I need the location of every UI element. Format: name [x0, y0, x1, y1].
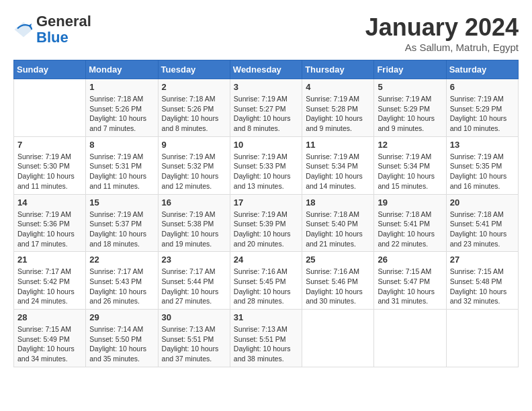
day-info: Sunrise: 7:18 AMSunset: 5:26 PMDaylight:…: [89, 94, 154, 134]
location-subtitle: As Sallum, Matruh, Egypt: [365, 42, 519, 53]
day-info: Sunrise: 7:15 AMSunset: 5:47 PMDaylight:…: [378, 267, 442, 306]
day-info: Sunrise: 7:19 AMSunset: 5:36 PMDaylight:…: [17, 210, 82, 249]
calendar-cell: 13Sunrise: 7:19 AMSunset: 5:35 PMDayligh…: [446, 136, 518, 194]
calendar-cell: 8Sunrise: 7:19 AMSunset: 5:31 PMDaylight…: [86, 136, 158, 194]
day-info: Sunrise: 7:19 AMSunset: 5:32 PMDaylight:…: [162, 152, 226, 191]
day-number: 19: [378, 197, 442, 208]
calendar-cell: 20Sunrise: 7:18 AMSunset: 5:41 PMDayligh…: [446, 194, 518, 252]
day-number: 12: [378, 140, 442, 150]
day-info: Sunrise: 7:18 AMSunset: 5:40 PMDaylight:…: [306, 210, 370, 249]
day-number: 16: [162, 197, 226, 208]
day-number: 1: [89, 82, 154, 92]
day-header-wednesday: Wednesday: [230, 60, 302, 79]
day-info: Sunrise: 7:19 AMSunset: 5:38 PMDaylight:…: [162, 210, 226, 249]
month-title: January 2024: [365, 13, 519, 42]
calendar-cell: [302, 310, 374, 367]
day-number: 21: [17, 255, 82, 265]
day-number: 17: [234, 197, 298, 208]
day-info: Sunrise: 7:19 AMSunset: 5:34 PMDaylight:…: [378, 152, 442, 191]
calendar-cell: 16Sunrise: 7:19 AMSunset: 5:38 PMDayligh…: [158, 194, 230, 252]
day-header-tuesday: Tuesday: [158, 60, 230, 79]
day-info: Sunrise: 7:19 AMSunset: 5:35 PMDaylight:…: [450, 152, 515, 191]
calendar-cell: 21Sunrise: 7:17 AMSunset: 5:42 PMDayligh…: [14, 252, 86, 310]
calendar-table: SundayMondayTuesdayWednesdayThursdayFrid…: [13, 60, 519, 367]
day-info: Sunrise: 7:14 AMSunset: 5:50 PMDaylight:…: [89, 324, 154, 364]
day-info: Sunrise: 7:19 AMSunset: 5:37 PMDaylight:…: [89, 210, 154, 249]
day-info: Sunrise: 7:19 AMSunset: 5:34 PMDaylight:…: [306, 152, 370, 191]
day-header-monday: Monday: [86, 60, 158, 79]
day-number: 11: [306, 140, 370, 150]
day-info: Sunrise: 7:15 AMSunset: 5:48 PMDaylight:…: [450, 267, 515, 306]
calendar-cell: 19Sunrise: 7:18 AMSunset: 5:41 PMDayligh…: [374, 194, 446, 252]
day-number: 15: [89, 197, 154, 208]
day-number: 31: [234, 312, 298, 322]
calendar-week-row: 14Sunrise: 7:19 AMSunset: 5:36 PMDayligh…: [14, 194, 519, 252]
day-number: 14: [17, 197, 82, 208]
day-header-thursday: Thursday: [302, 60, 374, 79]
day-number: 3: [234, 82, 298, 92]
calendar-cell: 9Sunrise: 7:19 AMSunset: 5:32 PMDaylight…: [158, 136, 230, 194]
day-number: 6: [450, 82, 515, 92]
day-number: 24: [234, 255, 298, 265]
calendar-cell: 26Sunrise: 7:15 AMSunset: 5:47 PMDayligh…: [374, 252, 446, 310]
day-number: 7: [17, 140, 82, 150]
day-header-sunday: Sunday: [14, 60, 86, 79]
calendar-cell: 27Sunrise: 7:15 AMSunset: 5:48 PMDayligh…: [446, 252, 518, 310]
day-info: Sunrise: 7:19 AMSunset: 5:29 PMDaylight:…: [378, 94, 442, 134]
day-number: 18: [306, 197, 370, 208]
logo-icon: [13, 19, 34, 40]
calendar-cell: 1Sunrise: 7:18 AMSunset: 5:26 PMDaylight…: [86, 79, 158, 137]
calendar-cell: 30Sunrise: 7:13 AMSunset: 5:51 PMDayligh…: [158, 310, 230, 367]
svg-marker-0: [15, 22, 33, 38]
day-number: 23: [162, 255, 226, 265]
calendar-cell: 15Sunrise: 7:19 AMSunset: 5:37 PMDayligh…: [86, 194, 158, 252]
day-number: 29: [89, 312, 154, 322]
day-number: 30: [162, 312, 226, 322]
calendar-cell: 12Sunrise: 7:19 AMSunset: 5:34 PMDayligh…: [374, 136, 446, 194]
calendar-cell: 3Sunrise: 7:19 AMSunset: 5:27 PMDaylight…: [230, 79, 302, 137]
day-info: Sunrise: 7:13 AMSunset: 5:51 PMDaylight:…: [234, 324, 298, 364]
day-number: 8: [89, 140, 154, 150]
day-info: Sunrise: 7:17 AMSunset: 5:44 PMDaylight:…: [162, 267, 226, 306]
calendar-cell: 5Sunrise: 7:19 AMSunset: 5:29 PMDaylight…: [374, 79, 446, 137]
day-number: 26: [378, 255, 442, 265]
day-number: 28: [17, 312, 82, 322]
day-info: Sunrise: 7:18 AMSunset: 5:41 PMDaylight:…: [450, 210, 515, 249]
day-number: 25: [306, 255, 370, 265]
day-info: Sunrise: 7:18 AMSunset: 5:26 PMDaylight:…: [162, 94, 226, 134]
title-block: January 2024 As Sallum, Matruh, Egypt: [365, 13, 519, 53]
calendar-header-row: SundayMondayTuesdayWednesdayThursdayFrid…: [14, 60, 519, 79]
day-number: 9: [162, 140, 226, 150]
day-header-friday: Friday: [374, 60, 446, 79]
day-number: 20: [450, 197, 515, 208]
day-info: Sunrise: 7:19 AMSunset: 5:28 PMDaylight:…: [306, 94, 370, 134]
day-info: Sunrise: 7:17 AMSunset: 5:43 PMDaylight:…: [89, 267, 154, 306]
day-number: 10: [234, 140, 298, 150]
calendar-cell: 23Sunrise: 7:17 AMSunset: 5:44 PMDayligh…: [158, 252, 230, 310]
day-number: 4: [306, 82, 370, 92]
day-number: 13: [450, 140, 515, 150]
day-info: Sunrise: 7:17 AMSunset: 5:42 PMDaylight:…: [17, 267, 82, 306]
logo-text: General Blue: [36, 13, 91, 46]
calendar-cell: 24Sunrise: 7:16 AMSunset: 5:45 PMDayligh…: [230, 252, 302, 310]
logo: General Blue: [13, 13, 91, 46]
calendar-week-row: 7Sunrise: 7:19 AMSunset: 5:30 PMDaylight…: [14, 136, 519, 194]
calendar-cell: 22Sunrise: 7:17 AMSunset: 5:43 PMDayligh…: [86, 252, 158, 310]
calendar-cell: 28Sunrise: 7:15 AMSunset: 5:49 PMDayligh…: [14, 310, 86, 367]
calendar-cell: 4Sunrise: 7:19 AMSunset: 5:28 PMDaylight…: [302, 79, 374, 137]
calendar-cell: 18Sunrise: 7:18 AMSunset: 5:40 PMDayligh…: [302, 194, 374, 252]
calendar-week-row: 28Sunrise: 7:15 AMSunset: 5:49 PMDayligh…: [14, 310, 519, 367]
day-info: Sunrise: 7:19 AMSunset: 5:31 PMDaylight:…: [89, 152, 154, 191]
calendar-cell: 6Sunrise: 7:19 AMSunset: 5:29 PMDaylight…: [446, 79, 518, 137]
calendar-cell: 17Sunrise: 7:19 AMSunset: 5:39 PMDayligh…: [230, 194, 302, 252]
calendar-cell: [374, 310, 446, 367]
day-header-saturday: Saturday: [446, 60, 518, 79]
calendar-cell: 14Sunrise: 7:19 AMSunset: 5:36 PMDayligh…: [14, 194, 86, 252]
calendar-cell: 31Sunrise: 7:13 AMSunset: 5:51 PMDayligh…: [230, 310, 302, 367]
calendar-week-row: 1Sunrise: 7:18 AMSunset: 5:26 PMDaylight…: [14, 79, 519, 137]
calendar-cell: [14, 79, 86, 137]
day-info: Sunrise: 7:16 AMSunset: 5:45 PMDaylight:…: [234, 267, 298, 306]
day-info: Sunrise: 7:16 AMSunset: 5:46 PMDaylight:…: [306, 267, 370, 306]
day-info: Sunrise: 7:13 AMSunset: 5:51 PMDaylight:…: [162, 324, 226, 364]
calendar-week-row: 21Sunrise: 7:17 AMSunset: 5:42 PMDayligh…: [14, 252, 519, 310]
